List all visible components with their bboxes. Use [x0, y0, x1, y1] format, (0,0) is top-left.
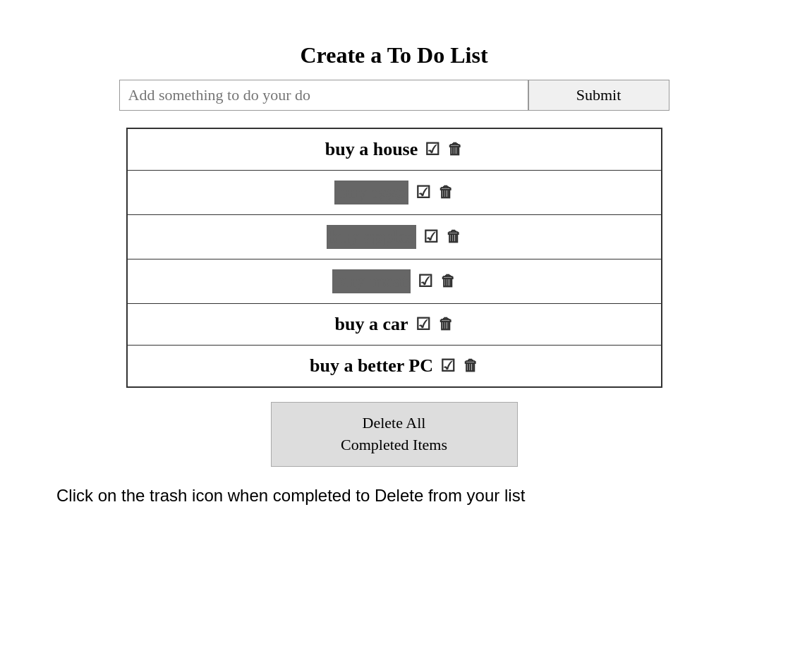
input-row: Submit	[56, 80, 732, 111]
item-text: buy meat	[332, 269, 411, 293]
todo-input[interactable]	[119, 80, 528, 111]
item-text: buy a better PC	[310, 355, 433, 377]
item-text: buy a car	[335, 314, 408, 335]
submit-button[interactable]: Submit	[528, 80, 669, 111]
trash-icon[interactable]: 🗑	[438, 183, 454, 202]
todo-item: buy a better PC☑🗑	[128, 346, 661, 386]
check-icon[interactable]: ☑	[440, 356, 456, 376]
todo-item: buy a house☑🗑	[128, 129, 661, 171]
todo-list: buy a house☑🗑buy eggs☑🗑buy apples☑🗑buy m…	[126, 128, 662, 388]
trash-icon[interactable]: 🗑	[447, 140, 463, 159]
item-text: buy eggs	[334, 181, 408, 204]
page-title: Create a To Do List	[56, 42, 732, 68]
check-icon[interactable]: ☑	[425, 140, 440, 159]
trash-icon[interactable]: 🗑	[440, 272, 456, 291]
item-text: buy apples	[327, 225, 416, 249]
trash-icon[interactable]: 🗑	[438, 315, 454, 334]
todo-item: buy meat☑🗑	[128, 259, 661, 304]
todo-item: buy eggs☑🗑	[128, 171, 661, 215]
todo-item: buy a car☑🗑	[128, 304, 661, 346]
check-icon[interactable]: ☑	[416, 183, 431, 202]
delete-all-button[interactable]: Delete All Completed Items	[271, 402, 518, 467]
todo-item: buy apples☑🗑	[128, 215, 661, 259]
check-icon[interactable]: ☑	[416, 314, 431, 334]
item-text: buy a house	[325, 139, 418, 160]
check-icon[interactable]: ☑	[423, 227, 439, 247]
help-text: Click on the trash icon when completed t…	[56, 484, 593, 508]
trash-icon[interactable]: 🗑	[463, 357, 478, 375]
trash-icon[interactable]: 🗑	[446, 228, 461, 246]
check-icon[interactable]: ☑	[418, 271, 433, 291]
